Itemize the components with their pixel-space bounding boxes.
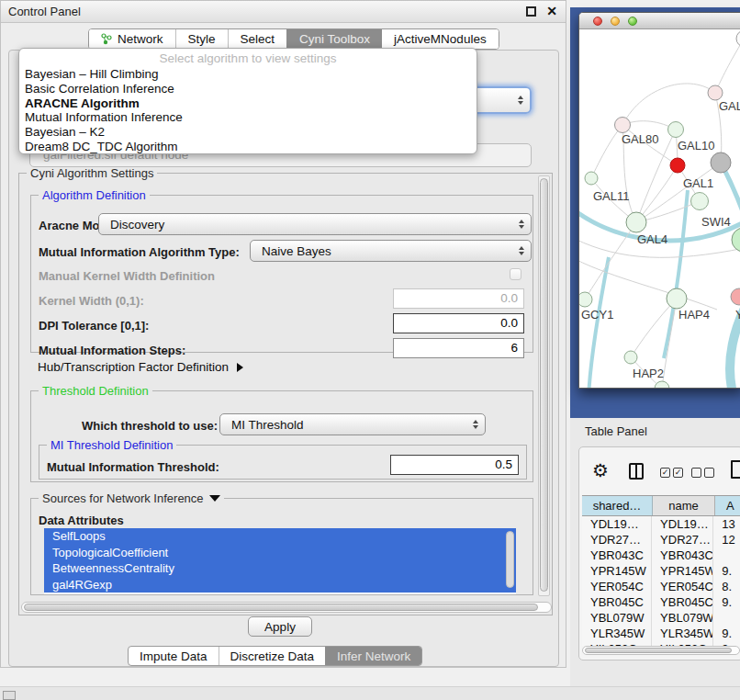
node-gal80[interactable] — [615, 118, 631, 133]
close-icon[interactable]: ✕ — [546, 4, 557, 18]
table-row[interactable]: YBR043C YBR043C — [582, 548, 740, 563]
node-label: HAP4 — [678, 308, 710, 322]
control-panel: Control Panel ✕ Network Style Select Cyn… — [0, 0, 566, 668]
aracne-mode-combo[interactable]: Discovery — [98, 213, 532, 235]
expand-right-icon — [237, 363, 243, 372]
node-gal-partial[interactable] — [708, 85, 723, 100]
settings-horizontal-scrollbar[interactable] — [21, 602, 552, 613]
scrollbar-thumb[interactable] — [540, 178, 548, 592]
columns-icon[interactable] — [629, 463, 644, 480]
corner-widget-icon[interactable] — [3, 691, 16, 700]
dropdown-item[interactable]: Dream8 DC_TDC Algorithm — [19, 140, 477, 154]
table-row[interactable]: YDR27… YDR27… 12 — [582, 532, 740, 548]
group-legend: Algorithm Definition — [39, 188, 150, 202]
cyni-toolbox-panel: galFiltered.sif default node Select algo… — [8, 50, 559, 667]
network-canvas[interactable]: GAL GAL80 GAL10 GAL11 GAL1 SWI4 GAL4 GCY… — [579, 29, 740, 389]
column-header-name[interactable]: name — [653, 496, 715, 515]
status-strip — [0, 686, 740, 700]
deselect-all-columns-icon[interactable] — [691, 468, 714, 478]
node-gal1-selected-red[interactable] — [670, 158, 685, 173]
table-row[interactable]: YBL079W YBL079W — [582, 610, 740, 626]
tab-network[interactable]: Network — [89, 29, 175, 49]
dropdown-item-selected[interactable]: ARACNE Algorithm — [19, 96, 477, 111]
table-row[interactable]: YBR045C YBR045C 9. — [582, 594, 740, 610]
combo-stepper-icon — [519, 246, 524, 255]
mi-threshold-definition-group: MI Threshold Definition Mutual Informati… — [39, 445, 527, 480]
dropdown-item[interactable]: Mutual Information Inference — [19, 110, 477, 125]
cyni-bottom-tabbar: Impute Data Discretize Data Infer Networ… — [128, 646, 422, 666]
list-item[interactable]: gal4RGexp — [44, 577, 516, 593]
node-gcy1[interactable] — [579, 292, 592, 307]
network-window-titlebar[interactable] — [579, 13, 740, 29]
scrollbar-thumb[interactable] — [24, 604, 538, 611]
node-label: GAL4 — [637, 232, 667, 246]
network-view-window[interactable]: GAL GAL80 GAL10 GAL11 GAL1 SWI4 GAL4 GCY… — [578, 12, 740, 389]
dropdown-item[interactable]: Bayesian – K2 — [19, 125, 477, 140]
node-gray[interactable] — [711, 152, 731, 173]
node-gal11[interactable] — [585, 172, 598, 185]
gear-icon[interactable]: ⚙ — [592, 459, 609, 481]
float-window-icon[interactable] — [526, 6, 536, 17]
hub-definition-expander[interactable]: Hub/Transcription Factor Definition — [38, 360, 243, 374]
mi-threshold-label: Mutual Information Threshold: — [47, 460, 219, 474]
mi-algorithm-type-combo[interactable]: Naive Bayes — [250, 240, 532, 262]
zoom-button[interactable] — [628, 17, 637, 26]
node-label: GCY1 — [581, 308, 613, 322]
tab-impute-data[interactable]: Impute Data — [129, 647, 219, 665]
node-partial-bottom[interactable] — [655, 381, 669, 389]
table-row[interactable]: YDL19… YDL19… 13 — [582, 516, 740, 532]
tab-cyni-toolbox[interactable]: Cyni Toolbox — [286, 29, 382, 49]
node-gal10[interactable] — [668, 122, 684, 138]
column-header-shared-name[interactable]: shared… — [582, 496, 653, 515]
list-scrollbar-thumb[interactable] — [506, 531, 514, 588]
list-item[interactable]: BetweennessCentrality — [44, 560, 516, 577]
node-label: GAL10 — [678, 139, 714, 152]
select-all-columns-icon[interactable]: ✓ ✓ — [660, 468, 683, 478]
node-label: Y — [735, 308, 740, 322]
dpi-tolerance-field[interactable]: 0.0 — [393, 313, 524, 333]
close-button[interactable] — [593, 17, 602, 26]
sources-legend[interactable]: Sources for Network Inference — [39, 491, 224, 505]
table-row[interactable]: YLR345W YLR345W 9. — [582, 626, 740, 641]
mi-steps-field[interactable]: 6 — [393, 338, 524, 358]
tab-discretize-data[interactable]: Discretize Data — [219, 647, 326, 665]
list-item[interactable]: TopologicalCoefficient — [44, 545, 516, 561]
combo-stepper-icon — [473, 420, 478, 429]
panel-title: Control Panel — [8, 5, 81, 18]
which-threshold-label: Which threshold to use: — [82, 419, 218, 433]
node-partial-top[interactable] — [736, 30, 740, 47]
manual-kernel-width-checkbox[interactable] — [510, 268, 521, 280]
node-label: SWI4 — [701, 215, 731, 229]
kernel-width-label: Kernel Width (0,1): — [39, 294, 144, 308]
node-gal4[interactable] — [626, 212, 646, 232]
cyni-algorithm-settings-group: Cyni Algorithm Settings Algorithm Defini… — [18, 173, 553, 615]
which-threshold-combo[interactable]: MI Threshold — [219, 413, 486, 435]
node-hap2[interactable] — [624, 351, 637, 364]
tab-jactivemnodules[interactable]: jActiveMNodules — [382, 29, 499, 49]
minimize-button[interactable] — [611, 17, 620, 26]
tab-infer-network[interactable]: Infer Network — [325, 647, 421, 665]
dropdown-item[interactable]: Basic Correlation Inference — [19, 82, 477, 96]
table-row[interactable]: YPR145W YPR145W 9. — [582, 563, 740, 579]
node-y-partial[interactable] — [731, 288, 740, 305]
table-row[interactable]: YER054C YER054C 8. — [582, 579, 740, 594]
node-gal1[interactable] — [691, 193, 709, 210]
kernel-width-field[interactable]: 0.0 — [393, 288, 524, 309]
table-horizontal-scrollbar[interactable] — [582, 646, 740, 655]
column-header-partial[interactable]: A — [715, 496, 740, 515]
list-item[interactable]: SelfLoops — [44, 528, 516, 545]
control-panel-titlebar: Control Panel ✕ — [1, 1, 566, 23]
algorithm-dropdown-popup: Select algorithm to view settings Bayesi… — [18, 48, 477, 154]
export-table-icon[interactable] — [731, 460, 740, 479]
dropdown-prompt: Select algorithm to view settings — [19, 51, 477, 67]
apply-button[interactable]: Apply — [248, 616, 312, 637]
tab-select[interactable]: Select — [228, 29, 287, 49]
node-hap4[interactable] — [667, 288, 687, 309]
mi-threshold-field[interactable]: 0.5 — [390, 455, 519, 475]
node-partial-right-green[interactable] — [732, 228, 740, 252]
settings-vertical-scrollbar[interactable] — [538, 175, 550, 596]
tab-style[interactable]: Style — [175, 29, 228, 49]
dropdown-item[interactable]: Bayesian – Hill Climbing — [19, 67, 477, 82]
scrollbar-thumb[interactable] — [585, 648, 732, 653]
dpi-tolerance-label: DPI Tolerance [0,1]: — [39, 319, 149, 333]
